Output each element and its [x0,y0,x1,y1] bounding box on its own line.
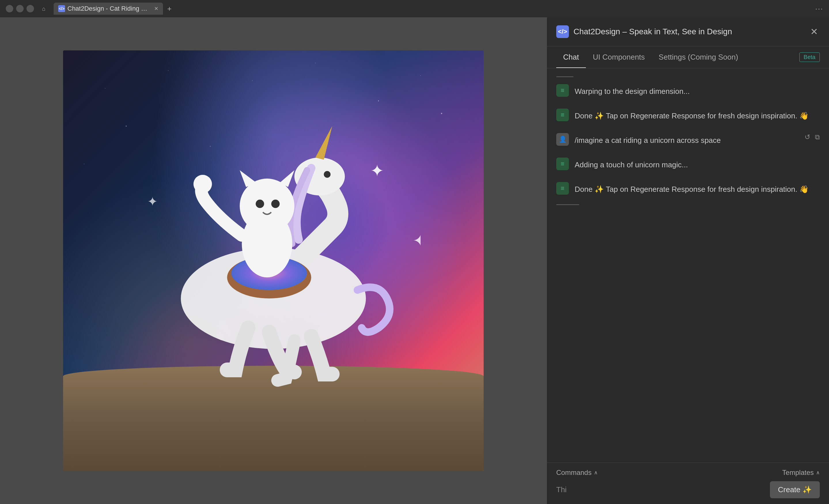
panel-logo: </> [556,25,569,38]
ai-avatar: ≡ [556,157,569,170]
tab-title: Chat2Design - Cat Riding Unicorn [67,5,149,12]
copy-button[interactable]: ⧉ [815,133,820,141]
message-row: ≡ Done ✨ Tap on Regenerate Response for … [547,103,829,127]
templates-chevron-icon: ∧ [816,469,820,476]
commands-chevron-icon: ∧ [594,469,598,476]
message-text: Warping to the design dimension... [575,84,820,97]
regenerate-button[interactable]: ↺ [804,133,810,141]
svg-text:✦: ✦ [370,161,384,180]
home-button[interactable]: ⌂ [39,3,49,14]
message-text: Done ✨ Tap on Regenerate Response for fr… [575,182,820,195]
traffic-lights [6,5,34,12]
svg-point-7 [256,200,264,208]
browser-chrome: ⌂ </> Chat2Design - Cat Riding Unicorn ✕… [0,0,829,17]
create-button[interactable]: Create ✨ [770,481,820,498]
tab-favicon: </> [58,5,65,12]
tab-chat[interactable]: Chat [556,46,586,68]
message-text: Done ✨ Tap on Regenerate Response for fr… [575,109,820,121]
message-text: /imagine a cat riding a unicorn across s… [575,133,799,146]
message-row: ≡ Warping to the design dimension... [547,78,829,103]
message-actions: ↺ ⧉ [804,133,820,141]
input-area: Commands ∧ Templates ∧ Create ✨ [547,463,829,504]
design-canvas: ✦ ✦ ✦ [63,50,483,471]
truncated-message-indicator [556,204,579,205]
svg-point-6 [240,179,294,233]
svg-text:✦: ✦ [412,229,421,252]
message-row: ≡ Done ✨ Tap on Regenerate Response for … [547,176,829,201]
panel-title: Chat2Design – Speak in Text, See in Desi… [574,27,804,36]
message-text: Adding a touch of unicorn magic... [575,157,820,171]
input-toolbar: Commands ∧ Templates ∧ [556,469,820,477]
maximize-traffic-light[interactable] [27,5,34,12]
unicorn-cat-illustration: ✦ ✦ ✦ [126,122,421,395]
message-row: 👤 /imagine a cat riding a unicorn across… [547,127,829,152]
panel-tabs: Chat UI Components Settings (Coming Soon… [547,46,829,68]
more-options-button[interactable]: ··· [815,4,823,13]
message-input[interactable] [556,485,765,494]
svg-point-8 [271,200,280,208]
svg-text:✦: ✦ [147,194,158,209]
minimize-traffic-light[interactable] [16,5,24,12]
canvas-area: ✦ ✦ ✦ [0,17,547,504]
input-row: Create ✨ [556,481,820,498]
active-tab[interactable]: </> Chat2Design - Cat Riding Unicorn ✕ [53,3,163,15]
ai-avatar: ≡ [556,109,569,121]
panel-header: </> Chat2Design – Speak in Text, See in … [547,17,829,46]
panel-close-button[interactable]: ✕ [808,26,820,37]
browser-content: ✦ ✦ ✦ </> Chat2Design – Speak in Text, S… [0,17,829,504]
user-avatar: 👤 [556,133,569,146]
ai-avatar: ≡ [556,182,569,195]
svg-point-9 [193,175,212,193]
svg-point-2 [324,171,330,178]
beta-badge: Beta [799,52,820,62]
tab-bar: </> Chat2Design - Cat Riding Unicorn ✕ + [53,3,810,15]
tab-settings[interactable]: Settings (Coming Soon) [652,46,745,68]
ai-avatar: ≡ [556,84,569,97]
chat-panel: </> Chat2Design – Speak in Text, See in … [547,17,829,504]
messages-area[interactable]: ≡ Warping to the design dimension... ≡ D… [547,68,829,463]
new-tab-button[interactable]: + [164,3,175,14]
divider [556,76,574,77]
tab-close-button[interactable]: ✕ [154,5,158,12]
templates-button[interactable]: Templates ∧ [782,469,820,477]
commands-button[interactable]: Commands ∧ [556,469,598,477]
tab-ui-components[interactable]: UI Components [586,46,652,68]
close-traffic-light[interactable] [6,5,13,12]
message-row: ≡ Adding a touch of unicorn magic... [547,152,829,176]
